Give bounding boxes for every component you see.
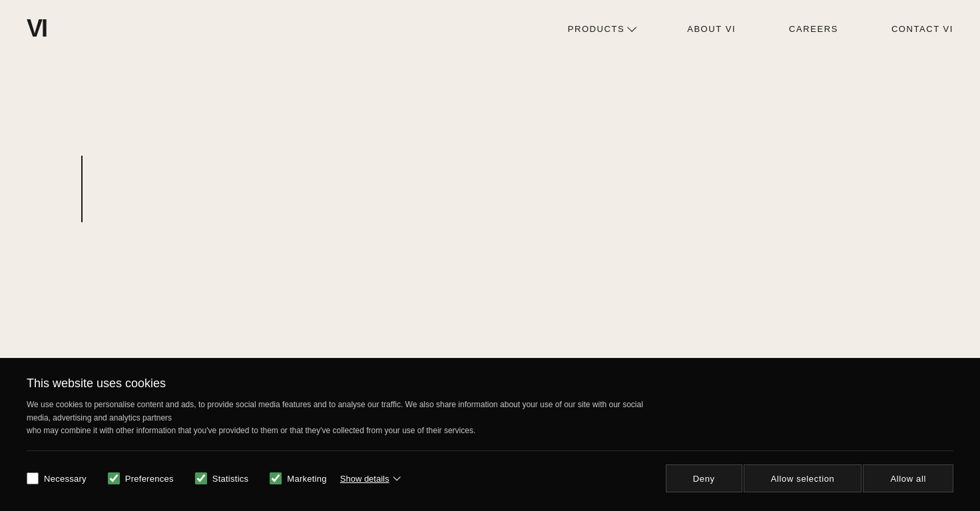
checkbox-necessary-label: Necessary bbox=[44, 474, 87, 484]
checkbox-preferences[interactable]: Preferences bbox=[108, 472, 174, 484]
checkbox-marketing-label: Marketing bbox=[287, 474, 326, 484]
nav-about[interactable]: ABOUT VI bbox=[687, 24, 736, 34]
logo[interactable]: VI bbox=[27, 15, 47, 43]
cookie-action-buttons: Deny Allow selection Allow all bbox=[666, 464, 953, 492]
main-content bbox=[0, 0, 980, 383]
checkbox-marketing-input[interactable] bbox=[270, 472, 282, 484]
products-arrow-icon bbox=[627, 23, 636, 32]
vertical-line-decoration bbox=[81, 156, 83, 222]
cookie-description: We use cookies to personalise content an… bbox=[27, 399, 659, 437]
show-details-label: Show details bbox=[340, 474, 389, 484]
show-details-button[interactable]: Show details bbox=[340, 474, 399, 484]
checkbox-statistics-input[interactable] bbox=[195, 472, 207, 484]
checkbox-statistics-label: Statistics bbox=[212, 474, 249, 484]
checkbox-preferences-input[interactable] bbox=[108, 472, 120, 484]
chevron-down-icon bbox=[393, 473, 401, 480]
checkbox-statistics[interactable]: Statistics bbox=[195, 472, 249, 484]
checkbox-necessary[interactable]: Necessary bbox=[27, 472, 87, 484]
deny-button[interactable]: Deny bbox=[666, 464, 742, 492]
nav-careers[interactable]: CAREERS bbox=[789, 24, 838, 34]
cookie-bottom-row: Necessary Preferences Statistics Marketi… bbox=[27, 464, 953, 492]
cookie-checkboxes: Necessary Preferences Statistics Marketi… bbox=[27, 472, 327, 484]
checkbox-necessary-input[interactable] bbox=[27, 472, 39, 484]
checkbox-preferences-label: Preferences bbox=[125, 474, 174, 484]
allow-all-button[interactable]: Allow all bbox=[863, 464, 953, 492]
checkbox-marketing[interactable]: Marketing bbox=[270, 472, 326, 484]
nav-products[interactable]: PRODUCTS bbox=[568, 24, 634, 34]
nav-links: PRODUCTS ABOUT VI CAREERS CONTACT VI bbox=[568, 24, 953, 34]
cookie-desc-line2: who may combine it with other informatio… bbox=[27, 426, 475, 435]
cookie-banner: This website uses cookies We use cookies… bbox=[0, 358, 980, 511]
products-label: PRODUCTS bbox=[568, 24, 624, 34]
cookie-divider bbox=[27, 450, 953, 451]
navigation: VI PRODUCTS ABOUT VI CAREERS CONTACT VI bbox=[0, 0, 980, 57]
allow-selection-button[interactable]: Allow selection bbox=[744, 464, 862, 492]
cookie-title: This website uses cookies bbox=[27, 377, 953, 391]
nav-contact[interactable]: CONTACT VI bbox=[891, 24, 953, 34]
cookie-desc-line1: We use cookies to personalise content an… bbox=[27, 400, 643, 422]
cookie-options: Necessary Preferences Statistics Marketi… bbox=[27, 472, 398, 484]
